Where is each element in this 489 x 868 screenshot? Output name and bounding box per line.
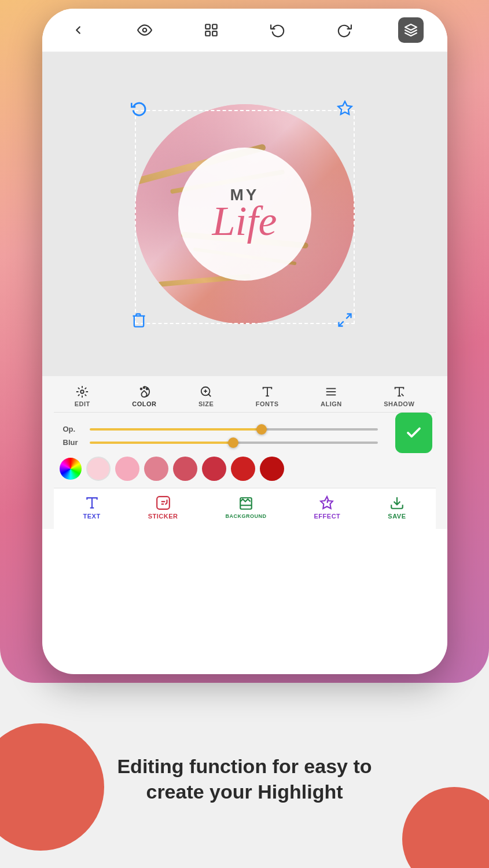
tab-align[interactable]: ALIGN [321, 385, 342, 407]
color-swatch-3[interactable] [173, 457, 197, 481]
opacity-slider-track[interactable] [90, 428, 378, 431]
tab-shadow[interactable]: SHADOW [384, 385, 414, 407]
svg-rect-3 [205, 31, 210, 36]
tab-edit[interactable]: EDIT [75, 385, 90, 407]
nav-text[interactable]: TEXT [83, 495, 101, 520]
blur-label: Blur [63, 438, 80, 447]
color-swatch-5[interactable] [231, 457, 255, 481]
text-life: Life [212, 200, 277, 242]
tab-fonts-label: FONTS [256, 400, 279, 407]
tab-color[interactable]: COLOR [132, 385, 156, 407]
sticker-nav-icon [156, 495, 171, 510]
tab-align-label: ALIGN [321, 400, 342, 407]
delete-handle[interactable] [129, 310, 149, 330]
svg-point-10 [141, 388, 142, 390]
save-nav-icon [389, 495, 405, 510]
tab-row: EDIT COLOR [54, 385, 436, 413]
svg-line-7 [346, 314, 351, 319]
nav-effect[interactable]: EFFECT [314, 495, 341, 520]
bottom-heading: Editing function for easy to create your… [46, 753, 443, 804]
top-toolbar [42, 9, 447, 52]
redo-button[interactable] [332, 17, 357, 43]
nav-text-label: TEXT [83, 513, 101, 520]
edit-handle[interactable] [335, 98, 355, 118]
blur-slider-thumb[interactable] [228, 437, 238, 448]
sticker-circle: MY Life [135, 104, 355, 324]
grid-icon[interactable] [198, 17, 224, 43]
svg-point-0 [142, 28, 146, 32]
tab-edit-label: EDIT [75, 400, 90, 407]
undo-button[interactable] [265, 17, 291, 43]
tab-fonts[interactable]: FONTS [256, 385, 279, 407]
sticker-container[interactable]: MY Life [129, 98, 361, 330]
nav-background[interactable]: BACKGROUND [225, 496, 266, 519]
canvas-area: MY Life [42, 52, 447, 376]
fonts-tab-icon [261, 385, 274, 398]
opacity-label: Op. [63, 425, 80, 433]
svg-point-9 [81, 390, 84, 393]
effect-nav-icon [319, 495, 334, 510]
svg-rect-1 [205, 24, 210, 29]
color-swatch-0[interactable] [86, 457, 111, 481]
nav-sticker[interactable]: STICKER [148, 495, 178, 520]
nav-save-label: SAVE [388, 513, 406, 520]
svg-point-11 [144, 387, 145, 388]
text-nav-icon [84, 495, 100, 510]
layers-button[interactable] [398, 17, 424, 43]
nav-effect-label: EFFECT [314, 513, 341, 520]
bottom-panel: EDIT COLOR [42, 376, 447, 529]
color-swatch-1[interactable] [115, 457, 139, 481]
svg-line-8 [339, 321, 343, 326]
background-nav-icon [238, 496, 253, 511]
edit-tab-icon [76, 385, 89, 398]
color-swatch-2[interactable] [144, 457, 168, 481]
eye-icon[interactable] [132, 17, 157, 43]
tab-shadow-label: SHADOW [384, 400, 414, 407]
tab-size-label: SIZE [198, 400, 214, 407]
color-tab-icon [138, 385, 150, 398]
phone-frame: MY Life EDIT [42, 9, 447, 674]
blur-slider-row: Blur [57, 436, 384, 449]
svg-point-12 [146, 388, 148, 390]
bottom-nav: TEXT STICKER [54, 488, 436, 529]
resize-handle[interactable] [335, 310, 355, 330]
svg-marker-6 [338, 101, 351, 114]
tab-size[interactable]: SIZE [198, 385, 214, 407]
align-tab-icon [325, 385, 337, 398]
nav-background-label: BACKGROUND [225, 513, 266, 519]
svg-rect-2 [212, 24, 217, 29]
confirm-button[interactable] [395, 413, 432, 453]
blur-slider-track[interactable] [90, 442, 378, 444]
tab-color-label: COLOR [132, 400, 156, 407]
back-button[interactable] [65, 17, 91, 43]
opacity-slider-row: Op. [57, 417, 384, 436]
bottom-text-area: Editing function for easy to create your… [0, 753, 489, 804]
svg-rect-27 [157, 496, 170, 509]
color-wheel-picker[interactable] [60, 458, 82, 480]
svg-line-14 [208, 394, 211, 396]
rotate-handle[interactable] [129, 98, 149, 118]
nav-sticker-label: STICKER [148, 513, 178, 520]
shadow-tab-icon [393, 385, 406, 398]
svg-marker-5 [405, 24, 417, 30]
svg-line-24 [401, 394, 403, 396]
color-row [54, 453, 436, 488]
opacity-slider-thumb[interactable] [256, 424, 267, 435]
size-tab-icon [200, 385, 212, 398]
nav-save[interactable]: SAVE [388, 495, 406, 520]
svg-rect-4 [212, 31, 217, 36]
color-swatch-6[interactable] [260, 457, 284, 481]
color-swatch-4[interactable] [202, 457, 226, 481]
inner-white-circle: MY Life [178, 148, 311, 281]
